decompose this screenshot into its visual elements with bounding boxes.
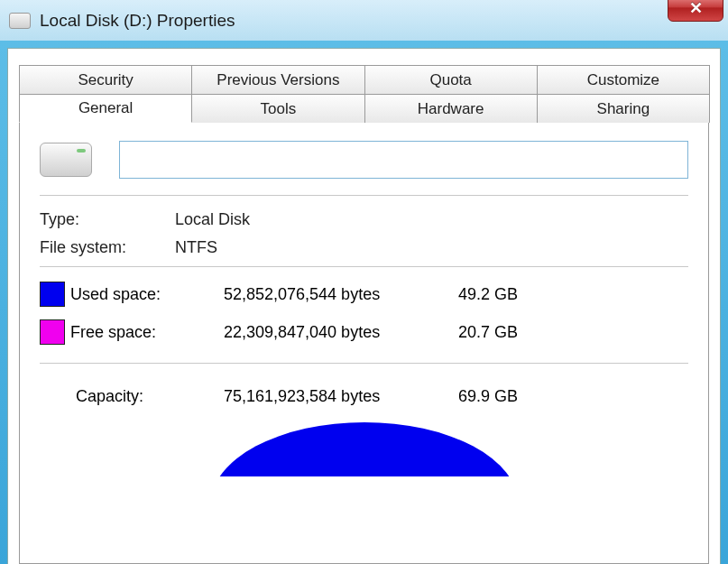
tab-label: Hardware: [418, 100, 484, 118]
tab-hardware[interactable]: Hardware: [364, 94, 538, 123]
separator: [40, 363, 688, 364]
tab-row-1: Security Previous Versions Quota Customi…: [19, 65, 709, 94]
tab-label: Security: [78, 71, 133, 89]
capacity-label: Capacity:: [40, 387, 224, 406]
disk-usage-pie: [211, 422, 518, 476]
titlebar[interactable]: Local Disk (D:) Properties ✕: [0, 0, 728, 41]
tab-general[interactable]: General: [19, 94, 192, 123]
window-title: Local Disk (D:) Properties: [40, 11, 235, 31]
filesystem-label: File system:: [40, 238, 175, 257]
tab-security[interactable]: Security: [19, 65, 192, 94]
tab-label: Tools: [261, 100, 297, 118]
used-space-bytes: 52,852,076,544 bytes: [224, 285, 458, 304]
free-space-gb: 20.7 GB: [458, 323, 567, 342]
tab-label: Sharing: [597, 100, 650, 118]
close-button[interactable]: ✕: [668, 0, 723, 22]
tab-customize[interactable]: Customize: [537, 65, 710, 94]
used-space-swatch: [40, 282, 65, 307]
type-label: Type:: [40, 210, 175, 229]
free-space-swatch: [40, 319, 65, 345]
capacity-row: Capacity: 75,161,923,584 bytes 69.9 GB: [40, 387, 688, 406]
tab-label: Previous Versions: [217, 71, 339, 89]
free-space-label: Free space:: [70, 323, 224, 342]
volume-label-input[interactable]: [119, 141, 688, 179]
general-panel: Type: Local Disk File system: NTFS Used …: [19, 122, 709, 564]
tab-label: Customize: [587, 71, 659, 89]
type-value: Local Disk: [175, 210, 688, 229]
client-area: Security Previous Versions Quota Customi…: [7, 48, 721, 564]
pie-chart-icon: [211, 422, 518, 476]
tab-previous-versions[interactable]: Previous Versions: [191, 65, 364, 94]
drive-icon: [9, 13, 31, 29]
type-fs-grid: Type: Local Disk File system: NTFS: [40, 210, 688, 257]
tab-label: Quota: [429, 71, 471, 89]
separator: [40, 266, 688, 267]
tab-row-2: General Tools Hardware Sharing: [19, 94, 709, 123]
tab-sharing[interactable]: Sharing: [537, 94, 710, 123]
volume-label-row: [40, 141, 688, 179]
capacity-bytes: 75,161,923,584 bytes: [224, 387, 458, 406]
free-space-bytes: 22,309,847,040 bytes: [224, 323, 458, 342]
tab-tools[interactable]: Tools: [191, 94, 364, 123]
properties-window: Local Disk (D:) Properties ✕ Security Pr…: [0, 0, 728, 564]
filesystem-value: NTFS: [175, 238, 688, 257]
drive-icon: [40, 143, 92, 177]
used-space-label: Used space:: [70, 285, 224, 304]
used-space-gb: 49.2 GB: [458, 285, 567, 304]
tab-quota[interactable]: Quota: [364, 65, 538, 94]
close-icon: ✕: [689, 0, 703, 18]
space-table: Used space: 52,852,076,544 bytes 49.2 GB…: [40, 282, 688, 345]
tab-strip: Security Previous Versions Quota Customi…: [19, 65, 709, 123]
capacity-gb: 69.9 GB: [458, 387, 567, 406]
separator: [40, 195, 688, 196]
tab-label: General: [78, 99, 133, 117]
